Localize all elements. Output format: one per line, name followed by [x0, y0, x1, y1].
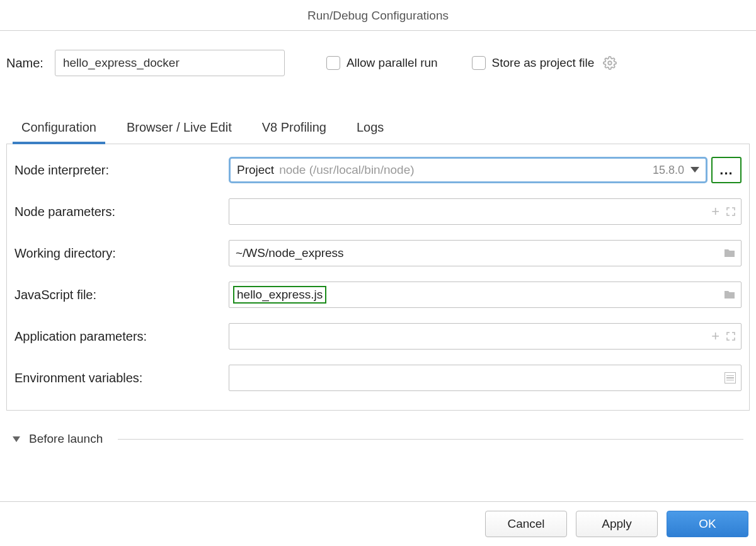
working-directory-label: Working directory:: [14, 246, 229, 261]
list-icon[interactable]: [724, 372, 736, 384]
before-launch-section[interactable]: Before launch: [13, 432, 743, 446]
node-parameters-input[interactable]: [229, 198, 742, 225]
node-interpreter-version: 15.8.0: [653, 164, 684, 177]
name-input[interactable]: [55, 50, 285, 76]
node-interpreter-path: node (/usr/local/bin/node): [279, 163, 414, 177]
tab-v8-profiling[interactable]: V8 Profiling: [260, 114, 329, 144]
button-bar: Cancel Apply OK: [0, 501, 756, 546]
allow-parallel-label: Allow parallel run: [346, 56, 438, 70]
chevron-down-icon: [13, 436, 20, 442]
plus-icon[interactable]: [711, 203, 719, 220]
tab-configuration[interactable]: Configuration: [19, 114, 99, 144]
expand-icon[interactable]: [726, 207, 736, 217]
working-directory-input[interactable]: ~/WS/node_express: [229, 240, 742, 266]
tabs: Configuration Browser / Live Edit V8 Pro…: [6, 114, 750, 144]
allow-parallel-checkbox-row: Allow parallel run: [326, 56, 438, 70]
application-parameters-label: Application parameters:: [14, 329, 229, 344]
before-launch-label: Before launch: [29, 432, 103, 446]
node-interpreter-dropdown[interactable]: Project node (/usr/local/bin/node) 15.8.…: [229, 157, 707, 183]
environment-variables-label: Environment variables:: [14, 371, 229, 385]
javascript-file-value: hello_express.js: [233, 286, 326, 304]
store-as-file-label: Store as project file: [492, 56, 595, 70]
name-label: Name:: [6, 56, 43, 71]
folder-icon[interactable]: [723, 248, 736, 258]
allow-parallel-checkbox[interactable]: [326, 56, 340, 70]
svg-marker-1: [690, 167, 699, 173]
cancel-button[interactable]: Cancel: [485, 511, 567, 537]
plus-icon[interactable]: [711, 328, 719, 344]
top-row: Name: Allow parallel run Store as projec…: [0, 31, 756, 76]
svg-point-0: [608, 61, 612, 65]
node-interpreter-label: Node interpreter:: [14, 163, 229, 178]
tab-browser-live-edit[interactable]: Browser / Live Edit: [124, 114, 234, 144]
tab-logs[interactable]: Logs: [354, 114, 386, 144]
chevron-down-icon: [690, 167, 699, 173]
configuration-panel: Node interpreter: Project node (/usr/loc…: [6, 144, 750, 411]
gear-icon[interactable]: [603, 56, 617, 70]
ok-button[interactable]: OK: [667, 511, 748, 537]
expand-icon[interactable]: [726, 331, 736, 341]
javascript-file-input[interactable]: hello_express.js: [229, 282, 742, 308]
store-as-file-checkbox-row: Store as project file: [472, 56, 617, 70]
environment-variables-input[interactable]: [229, 365, 742, 391]
node-interpreter-browse-button[interactable]: ...: [711, 157, 742, 183]
javascript-file-label: JavaScript file:: [14, 288, 229, 302]
divider: [118, 439, 743, 440]
node-interpreter-primary: Project: [237, 163, 274, 177]
node-parameters-label: Node parameters:: [14, 205, 229, 219]
apply-button[interactable]: Apply: [576, 511, 658, 537]
working-directory-value: ~/WS/node_express: [236, 246, 344, 260]
dialog-title: Run/Debug Configurations: [0, 0, 756, 31]
folder-icon[interactable]: [723, 290, 736, 300]
store-as-file-checkbox[interactable]: [472, 56, 486, 70]
application-parameters-input[interactable]: [229, 323, 742, 350]
